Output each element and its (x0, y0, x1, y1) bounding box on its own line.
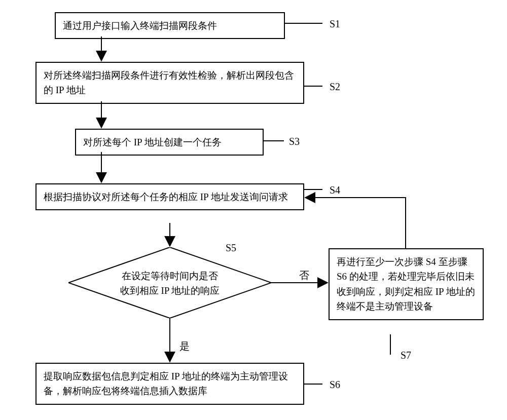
connectors (0, 0, 507, 420)
